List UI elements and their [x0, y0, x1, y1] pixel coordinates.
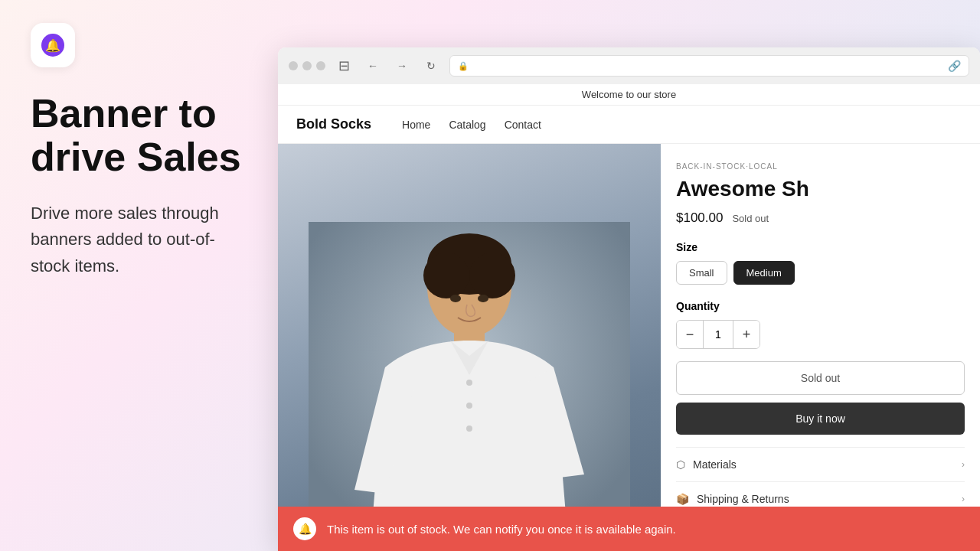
size-options: Small Medium	[676, 261, 965, 285]
size-medium[interactable]: Medium	[733, 261, 795, 285]
product-image-container	[278, 144, 661, 551]
quantity-label: Quantity	[676, 300, 965, 312]
accordion-materials-label: Materials	[693, 458, 954, 471]
accordion-materials[interactable]: ⬡ Materials ›	[676, 448, 965, 482]
store-nav: Bold Socks Home Catalog Contact	[278, 106, 980, 144]
nav-catalog[interactable]: Catalog	[449, 119, 485, 131]
traffic-light-min	[302, 61, 312, 70]
link-icon: 🔗	[948, 60, 961, 72]
svg-point-3	[423, 253, 469, 298]
sidebar-toggle[interactable]: ⊟	[333, 55, 354, 77]
product-tag: BACK-IN-STOCK·LOCAL	[676, 162, 965, 171]
svg-point-10	[478, 295, 488, 302]
hero-title: Banner to drive Sales	[31, 92, 245, 179]
traffic-light-max	[316, 61, 325, 70]
forward-button[interactable]: →	[391, 55, 413, 77]
svg-point-8	[466, 425, 472, 432]
store-banner: Welcome to our store	[278, 84, 980, 106]
quantity-increase[interactable]: +	[733, 321, 760, 348]
svg-point-4	[469, 253, 515, 298]
nav-contact[interactable]: Contact	[505, 119, 541, 131]
store-logo: Bold Socks	[296, 116, 371, 132]
quantity-value: 1	[703, 321, 733, 348]
traffic-lights	[289, 61, 325, 70]
traffic-light-close	[289, 61, 298, 70]
app-icon-wrapper: 🔔	[31, 23, 75, 67]
browser-window: ⊟ ← → ↻ 🔒 🔗 Welcome to our store Bold So…	[278, 47, 980, 551]
product-price: $100.00	[676, 210, 723, 226]
materials-icon: ⬡	[676, 458, 685, 471]
nav-home[interactable]: Home	[402, 119, 430, 131]
shipping-icon: 📦	[676, 493, 689, 505]
sold-out-button: Sold out	[676, 361, 965, 395]
price-row: $100.00 Sold out	[676, 210, 965, 226]
product-details: BACK-IN-STOCK·LOCAL Awesome Sh $100.00 S…	[661, 144, 980, 551]
bell-icon: 🔔	[41, 34, 64, 57]
buy-now-button[interactable]: Buy it now	[676, 403, 965, 435]
size-small[interactable]: Small	[676, 261, 727, 285]
size-label: Size	[676, 241, 965, 253]
svg-point-7	[466, 403, 472, 409]
browser-chrome: ⊟ ← → ↻ 🔒 🔗	[278, 47, 980, 84]
hero-description: Drive more sales through banners added t…	[31, 201, 245, 279]
svg-point-6	[466, 380, 472, 386]
store-content: Welcome to our store Bold Socks Home Cat…	[278, 84, 980, 551]
shipping-chevron: ›	[962, 494, 965, 504]
refresh-button[interactable]: ↻	[420, 55, 442, 77]
nav-links: Home Catalog Contact	[402, 119, 541, 131]
product-title: Awesome Sh	[676, 177, 965, 201]
back-button[interactable]: ←	[362, 55, 384, 77]
bell-inner-icon: 🔔	[299, 523, 312, 535]
accordion-shipping-label: Shipping & Returns	[697, 493, 954, 505]
quantity-decrease[interactable]: −	[677, 321, 703, 348]
notification-bell-icon: 🔔	[293, 517, 316, 540]
product-area: BACK-IN-STOCK·LOCAL Awesome Sh $100.00 S…	[278, 144, 980, 551]
svg-point-9	[450, 295, 461, 302]
lock-icon: 🔒	[458, 61, 469, 71]
materials-chevron: ›	[962, 459, 965, 470]
quantity-control: − 1 +	[676, 320, 760, 349]
address-bar[interactable]: 🔒 🔗	[449, 55, 969, 77]
product-image	[278, 144, 661, 551]
notification-text: This item is out of stock. We can notify…	[327, 523, 676, 536]
sold-out-badge: Sold out	[732, 213, 769, 224]
notification-banner: 🔔 This item is out of stock. We can noti…	[278, 507, 980, 551]
left-panel: 🔔 Banner to drive Sales Drive more sales…	[0, 0, 276, 551]
